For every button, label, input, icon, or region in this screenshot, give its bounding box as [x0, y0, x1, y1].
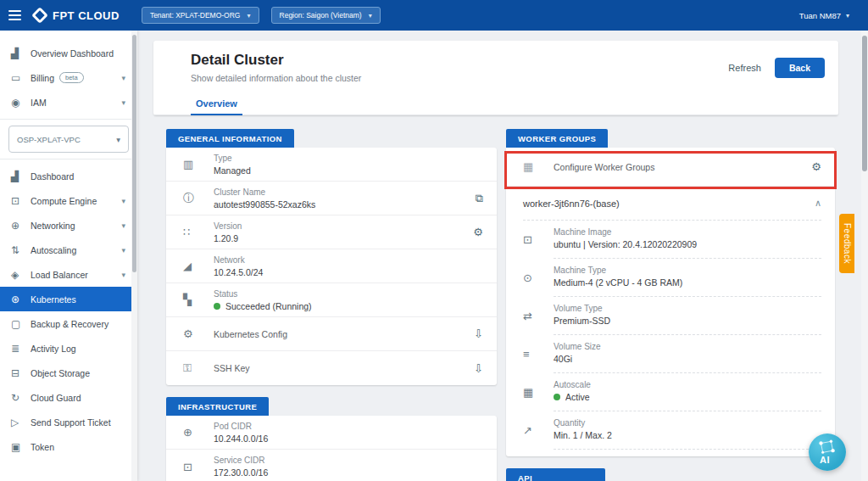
user-name: Tuan NM87	[799, 11, 841, 20]
sidebar-item-send-support-ticket[interactable]: ▷ Send Support Ticket	[0, 410, 137, 434]
row-value: 172.30.0.0/16	[214, 467, 483, 478]
chevron-down-icon: ▾	[116, 135, 120, 144]
sidebar-item-billing[interactable]: ▭ Billingbeta ▾	[0, 65, 137, 90]
row-value: Medium-4 (2 vCPU - 4 GB RAM)	[554, 277, 821, 288]
row-label: Cluster Name	[214, 187, 476, 197]
tab-overview[interactable]: Overview	[191, 92, 242, 115]
sidebar: ▟ Overview Dashboard ▭ Billingbeta ▾ ◉ I…	[0, 31, 137, 481]
refresh-button[interactable]: Refresh	[728, 63, 761, 73]
chevron-down-icon: ▾	[369, 12, 372, 20]
sidebar-item-autoscaling[interactable]: ⇅ Autoscaling ▾	[0, 238, 137, 262]
vpc-select-value: OSP-XPLAT-VPC	[17, 135, 116, 144]
sidebar-item-dashboard[interactable]: ▟ Dashboard	[0, 164, 137, 188]
row-label: Machine Image	[554, 227, 821, 237]
sidebar-item-label: Overview Dashboard	[31, 48, 125, 59]
tenant-selector[interactable]: Tenant: XPLAT-DEMO-ORG ▾	[142, 7, 259, 24]
divider	[0, 159, 137, 159]
status-value: Active	[554, 392, 821, 402]
page-title: Detail Cluster	[191, 52, 728, 69]
list-icon: ≡	[523, 348, 554, 361]
sidebar-scrollbar-thumb[interactable]	[132, 35, 136, 272]
brand-logo[interactable]: FPT CLOUD	[34, 9, 120, 22]
sidebar-item-overview-dashboard[interactable]: ▟ Overview Dashboard	[0, 41, 137, 65]
gear-icon[interactable]: ⚙	[811, 160, 821, 173]
chevron-down-icon: ▾	[121, 271, 125, 279]
shield-icon: ↻	[11, 392, 31, 404]
copy-icon[interactable]: ⧉	[476, 192, 483, 205]
page-subtitle: Show detailed information about the clus…	[191, 73, 728, 83]
sidebar-item-label: Autoscaling	[31, 245, 121, 255]
user-menu[interactable]: Tuan NM87 ▾	[799, 11, 849, 20]
gear-icon[interactable]: ⚙	[473, 226, 483, 238]
sidebar-item-label: Dashboard	[31, 171, 125, 182]
sidebar-item-kubernetes[interactable]: ⊛ Kubernetes	[0, 287, 137, 311]
sidebar-item-load-balancer[interactable]: ◈ Load Balancer ▾	[0, 262, 137, 287]
worker-row-volume-size: ≡ Volume Size 40Gi	[506, 335, 835, 373]
sidebar-item-token[interactable]: ▣ Token	[0, 434, 137, 459]
row-value: 1.20.9	[214, 233, 473, 243]
sidebar-item-object-storage[interactable]: ⊟ Object Storage	[0, 361, 137, 385]
sidebar-item-cloud-guard[interactable]: ↻ Cloud Guard	[0, 385, 137, 410]
grid-icon: ▦	[523, 160, 554, 173]
tab-bar: Overview	[153, 92, 838, 115]
gear-icon: ⚙	[183, 327, 214, 340]
info-row-kubernetes-config: ⚙ Kubernetes Config ⇩	[166, 317, 497, 351]
fpt-logo-icon	[31, 7, 48, 24]
bar-chart-icon: ▟	[11, 171, 31, 182]
chevron-down-icon: ▾	[846, 12, 849, 20]
hamburger-menu-icon[interactable]	[0, 0, 29, 31]
region-selector[interactable]: Region: Saigon (Vietnam) ▾	[271, 7, 381, 24]
feedback-tab[interactable]: Feedback	[839, 214, 854, 273]
info-row-pod-cidr: ⊕ Pod CIDR 10.244.0.0/16	[166, 416, 497, 450]
status-icon: ▚	[183, 294, 214, 306]
download-icon[interactable]: ⇩	[474, 327, 483, 340]
general-information-card: ▥ Type Managed ⓘ Cluster Name autotest99…	[166, 148, 497, 385]
monitor-icon: ⊡	[523, 233, 554, 246]
row-value: autotest990855-52xaz6ks	[214, 199, 476, 210]
sidebar-item-activity-log[interactable]: ≣ Activity Log	[0, 336, 137, 361]
row-label: Status	[214, 289, 483, 299]
sidebar-item-label: Object Storage	[31, 368, 125, 378]
worker-group-name: worker-3jt6nn76-(base)	[523, 199, 815, 209]
ai-assistant-button[interactable]: AI	[809, 433, 846, 471]
back-button[interactable]: Back	[775, 58, 825, 78]
sidebar-item-label: Backup & Recovery	[31, 319, 125, 329]
info-row-version: ∷ Version 1.20.9 ⚙	[166, 215, 497, 249]
sidebar-item-label: Kubernetes	[31, 294, 125, 305]
monitor-icon: ⊡	[11, 195, 31, 207]
configure-worker-groups-label: Configure Worker Groups	[554, 162, 811, 172]
sidebar-scrollbar[interactable]	[131, 31, 137, 481]
sidebar-item-compute-engine[interactable]: ⊡ Compute Engine ▾	[0, 188, 137, 213]
sidebar-item-networking[interactable]: ⊕ Networking ▾	[0, 213, 137, 238]
chevron-up-icon[interactable]: ∧	[815, 198, 821, 209]
sidebar-item-backup-recovery[interactable]: ▢ Backup & Recovery	[0, 311, 137, 336]
worker-group-toggle[interactable]: worker-3jt6nn76-(base) ∧	[523, 187, 821, 221]
trend-icon: ↗	[523, 424, 554, 437]
worker-row-machine-type: ⊙ Machine Type Medium-4 (2 vCPU - 4 GB R…	[506, 259, 835, 297]
power-icon: ⊙	[523, 271, 554, 284]
sidebar-item-iam[interactable]: ◉ IAM ▾	[0, 90, 137, 115]
infrastructure-card: ⊕ Pod CIDR 10.244.0.0/16 ⊡ Service CIDR …	[166, 416, 497, 481]
row-value: Min. 1 / Max. 2	[554, 430, 821, 440]
divider	[0, 119, 137, 120]
row-value: 10.244.0.0/16	[214, 433, 483, 444]
region-label: Region: Saigon (Vietnam)	[280, 11, 362, 20]
page-header-card: Detail Cluster Show detailed information…	[153, 41, 838, 115]
chevron-down-icon: ▾	[248, 12, 251, 20]
vpc-select[interactable]: OSP-XPLAT-VPC ▾	[8, 126, 129, 153]
window-scrollbar[interactable]	[861, 31, 868, 481]
worker-groups-header: WORKER GROUPS	[506, 129, 608, 148]
row-value: 40Gi	[554, 354, 821, 364]
autoscaling-icon: ⇅	[11, 244, 31, 256]
chevron-down-icon: ▾	[121, 74, 125, 82]
row-value: ubuntu | Version: 20.4.12020220909	[554, 239, 821, 249]
top-bar: FPT CLOUD Tenant: XPLAT-DEMO-ORG ▾ Regio…	[0, 0, 868, 31]
download-icon[interactable]: ⇩	[474, 362, 483, 375]
sidebar-item-label: Cloud Guard	[31, 393, 125, 403]
window-scrollbar-thumb[interactable]	[862, 36, 867, 171]
configure-worker-groups-row[interactable]: ▦ Configure Worker Groups ⚙	[506, 148, 835, 187]
info-row-network: ◢ Network 10.24.5.0/24	[166, 249, 497, 283]
info-icon: ⓘ	[183, 191, 214, 206]
sidebar-item-label: Send Support Ticket	[31, 417, 125, 428]
sidebar-item-label: Billingbeta	[31, 72, 121, 83]
